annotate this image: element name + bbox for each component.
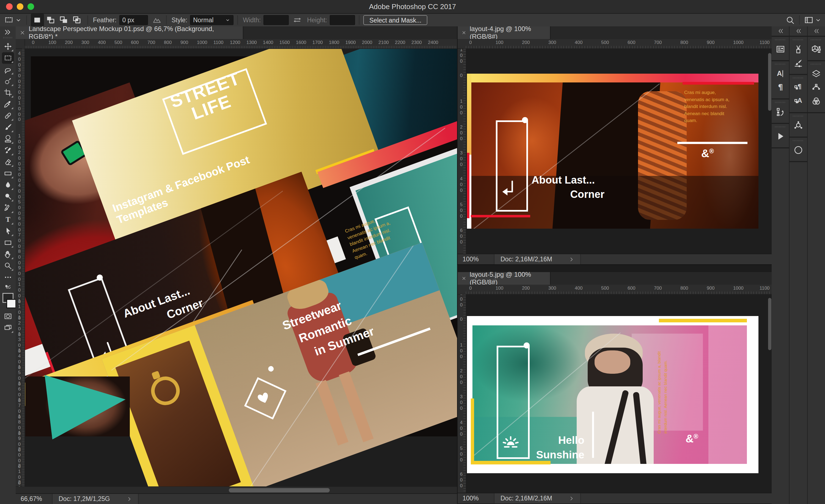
statusbar-main: 66,67% Doc: 17,2M/1,25G (16, 493, 457, 504)
brushes-panel-icon[interactable] (794, 44, 803, 54)
scrollbar-thumb[interactable] (229, 488, 330, 493)
style-select[interactable]: Normal (190, 15, 233, 25)
history-panel-icon[interactable] (775, 107, 785, 117)
actions-panel-icon[interactable] (775, 132, 785, 141)
eraser-tool[interactable] (2, 156, 14, 168)
canvas-area-layout4[interactable]: About Last... Corner Cras mi augue, vene… (466, 49, 772, 254)
paragraph-panel-icon[interactable]: ¶ (775, 82, 785, 92)
info-panel-icon[interactable] (775, 44, 785, 54)
height-input[interactable] (330, 15, 355, 25)
tab-layout5[interactable]: layout-5.jpg @ 100% (RGB/8#) (458, 272, 550, 285)
panel-grip[interactable] (811, 64, 822, 65)
brush-settings-panel-icon[interactable] (794, 58, 803, 68)
panel-grip[interactable] (793, 77, 804, 79)
zoom-level-field[interactable]: 100% (458, 254, 495, 264)
screen-mode-button[interactable] (2, 322, 14, 334)
ruler-label: 300 (81, 40, 89, 45)
intersect-selection-button[interactable] (70, 14, 84, 26)
tab-main-document[interactable]: Landscape Perspective Mockup 01.psd @ 66… (16, 26, 243, 39)
foreground-background-swatches[interactable] (2, 292, 14, 310)
zoom-level-field[interactable]: 100% (458, 493, 495, 503)
lorem-yellow-text: Cras mi augue, venenatis ac ipsum a, bla… (684, 89, 730, 124)
ruler-label: 300 (459, 150, 464, 168)
workspace-switcher-icon[interactable] (804, 15, 814, 25)
close-icon[interactable] (19, 30, 25, 36)
3d-panel-icon[interactable] (811, 44, 821, 54)
background-color-swatch[interactable] (6, 299, 16, 308)
channels-panel-icon[interactable] (811, 96, 821, 106)
crop-tool[interactable] (2, 87, 14, 98)
history-brush-tool[interactable] (2, 145, 14, 156)
canvas-area-main[interactable]: Hello Sunshi STREET LIFE (25, 49, 457, 487)
collapse-panels-button[interactable] (772, 26, 789, 36)
character-styles-panel-icon[interactable]: A (794, 96, 803, 106)
quick-mask-button[interactable] (2, 311, 14, 322)
width-input[interactable] (264, 15, 289, 25)
panel-grip[interactable] (775, 64, 786, 65)
feather-input[interactable] (119, 15, 148, 25)
pen-tool[interactable] (2, 202, 14, 214)
clone-stamp-tool[interactable] (2, 133, 14, 145)
character-panel-icon[interactable]: A (775, 69, 785, 79)
device-preview-panel-icon[interactable] (794, 120, 803, 131)
expand-tools-icon[interactable] (0, 26, 11, 36)
horizontal-scrollbar[interactable] (16, 486, 457, 494)
chevron-down-icon[interactable] (814, 16, 822, 24)
subtract-from-selection-button[interactable] (57, 14, 70, 26)
eyedropper-tool[interactable] (2, 98, 14, 110)
vertical-scrollbar-thumb[interactable] (768, 298, 771, 350)
panel-grip[interactable] (775, 126, 786, 128)
rectangle-tool[interactable] (2, 237, 14, 248)
ruler-label: 2200 (395, 40, 405, 45)
layers-panel-icon[interactable] (811, 69, 821, 79)
swap-colors-icon[interactable] (2, 283, 14, 291)
search-icon[interactable] (785, 15, 795, 25)
panel-grip[interactable] (811, 39, 822, 40)
close-icon[interactable] (461, 30, 466, 36)
select-and-mask-button[interactable]: Select and Mask... (363, 15, 427, 25)
move-tool[interactable] (2, 41, 14, 52)
path-selection-tool[interactable] (2, 225, 14, 237)
hand-tool[interactable] (2, 248, 14, 260)
quick-selection-tool[interactable] (2, 75, 14, 87)
ruler-label: 900 (707, 285, 715, 291)
zoom-tool[interactable] (2, 260, 14, 271)
panel-grip[interactable] (793, 39, 804, 40)
canvas-area-layout5[interactable]: Hello Sunshine Cras mi augue, venenatis … (466, 295, 772, 493)
dodge-tool[interactable] (2, 191, 14, 202)
brush-tool[interactable] (2, 121, 14, 133)
paragraph-styles-panel-icon[interactable]: ¶ (794, 82, 803, 92)
zoom-level-field[interactable]: 66,67% (16, 494, 53, 504)
doc-size-status[interactable]: Doc: 2,16M/2,16M (495, 254, 581, 264)
chevron-down-icon[interactable] (14, 16, 22, 24)
panel-grip[interactable] (775, 102, 786, 103)
collapse-panels-button[interactable] (790, 26, 807, 36)
vertical-scrollbar-thumb[interactable] (768, 53, 771, 111)
blur-tool[interactable] (2, 179, 14, 191)
paths-panel-icon[interactable] (811, 82, 821, 92)
stock-panel-icon[interactable] (794, 145, 803, 155)
chevron-right-icon (569, 257, 574, 262)
close-icon[interactable] (461, 275, 466, 281)
doc-size-status[interactable]: Doc: 2,16M/2,16M (495, 493, 581, 503)
lasso-tool[interactable] (2, 64, 14, 75)
add-to-selection-button[interactable] (44, 14, 57, 26)
panel-grip[interactable] (793, 140, 804, 141)
ruler-label: 300 (17, 166, 22, 184)
gradient-tool[interactable] (2, 168, 14, 179)
doc-size-status[interactable]: Doc: 17,2M/1,25G (53, 494, 139, 504)
tab-layout4[interactable]: layout-4.jpg @ 100% (RGB/8#) (458, 26, 550, 39)
spot-healing-brush-tool[interactable] (2, 110, 14, 121)
tool-preset-icon[interactable] (4, 15, 14, 25)
ellipsis-icon[interactable] (2, 271, 14, 283)
new-selection-button[interactable] (31, 14, 44, 26)
ruler-label: 500 (459, 446, 464, 463)
type-tool[interactable]: T (2, 214, 14, 225)
swap-width-height-icon[interactable] (292, 15, 302, 25)
rectangular-marquee-tool[interactable] (2, 52, 14, 64)
document-window-layout4: layout-4.jpg @ 100% (RGB/8#) 01002003004… (457, 26, 772, 264)
collapse-panels-button[interactable] (808, 26, 825, 36)
panel-grip[interactable] (793, 115, 804, 117)
panel-grip[interactable] (775, 39, 786, 40)
tools-grip[interactable] (3, 37, 13, 38)
